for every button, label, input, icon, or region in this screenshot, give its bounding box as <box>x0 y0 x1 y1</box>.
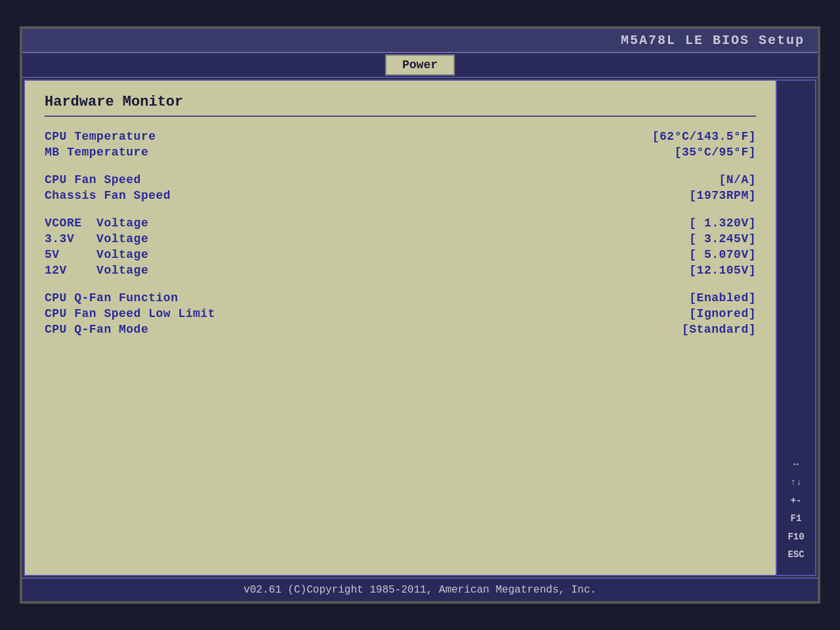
table-row: CPU Temperature [62°C/143.5°F] <box>45 130 756 143</box>
table-row[interactable]: CPU Q-Fan Mode [Standard] <box>45 323 756 336</box>
bios-title: M5A78L LE BIOS Setup <box>621 33 805 48</box>
v33-value: [ 3.245V] <box>689 232 756 245</box>
qfan-section: CPU Q-Fan Function [Enabled] CPU Fan Spe… <box>45 291 756 339</box>
key-leftright: ↔ <box>793 458 799 471</box>
section-title: Hardware Monitor <box>45 94 756 110</box>
mb-temp-label: MB Temperature <box>45 146 148 159</box>
footer-bar: v02.61 (C)Copyright 1985-2011, American … <box>22 578 818 601</box>
vcore-label: VCORE Voltage <box>45 217 148 230</box>
v12-label: 12V Voltage <box>45 264 148 277</box>
key-f10: F10 <box>788 531 804 544</box>
fan-section: CPU Fan Speed [N/A] Chassis Fan Speed [1… <box>45 173 756 205</box>
qfan-mode-value: [Standard] <box>682 323 756 336</box>
cpu-fan-value: [N/A] <box>719 173 756 186</box>
v5-value: [ 5.070V] <box>689 248 756 261</box>
table-row: VCORE Voltage [ 1.320V] <box>45 217 756 230</box>
cpu-temp-label: CPU Temperature <box>45 130 156 143</box>
tab-row: Power <box>22 53 818 78</box>
table-row: 12V Voltage [12.105V] <box>45 264 756 277</box>
cpu-fan-label: CPU Fan Speed <box>45 173 141 186</box>
qfan-function-label: CPU Q-Fan Function <box>45 291 178 304</box>
key-plusminus: +- <box>791 495 802 508</box>
qfan-function-value: [Enabled] <box>689 291 756 304</box>
temperature-section: CPU Temperature [62°C/143.5°F] MB Temper… <box>45 130 756 161</box>
fan-low-limit-label: CPU Fan Speed Low Limit <box>45 307 215 320</box>
mb-temp-value: [35°C/95°F] <box>675 146 756 159</box>
footer-text: v02.61 (C)Copyright 1985-2011, American … <box>243 584 597 596</box>
key-updown: ↑↓ <box>791 476 802 490</box>
table-row: Chassis Fan Speed [1973RPM] <box>45 189 756 202</box>
chassis-fan-label: Chassis Fan Speed <box>45 189 171 202</box>
table-row: MB Temperature [35°C/95°F] <box>45 146 756 159</box>
table-row[interactable]: CPU Q-Fan Function [Enabled] <box>45 291 756 304</box>
table-row: 5V Voltage [ 5.070V] <box>45 248 756 261</box>
fan-low-limit-value: [Ignored] <box>689 307 756 320</box>
table-row: CPU Fan Speed [N/A] <box>45 173 756 186</box>
qfan-mode-label: CPU Q-Fan Mode <box>45 323 148 336</box>
v33-label: 3.3V Voltage <box>45 232 148 245</box>
section-divider <box>45 116 756 117</box>
tab-power[interactable]: Power <box>385 54 455 75</box>
header-bar: M5A78L LE BIOS Setup <box>22 29 818 53</box>
right-sidebar: ↔ ↑↓ +- F1 F10 ESC <box>776 81 815 575</box>
v5-label: 5V Voltage <box>45 248 148 261</box>
voltage-section: VCORE Voltage [ 1.320V] 3.3V Voltage [ 3… <box>45 217 756 280</box>
table-row[interactable]: CPU Fan Speed Low Limit [Ignored] <box>45 307 756 320</box>
bios-screen: M5A78L LE BIOS Setup Power Hardware Moni… <box>20 26 820 604</box>
main-content: Hardware Monitor CPU Temperature [62°C/1… <box>24 79 816 576</box>
chassis-fan-value: [1973RPM] <box>689 189 756 202</box>
vcore-value: [ 1.320V] <box>689 217 756 230</box>
key-f1: F1 <box>791 513 802 526</box>
cpu-temp-value: [62°C/143.5°F] <box>652 130 756 143</box>
left-panel: Hardware Monitor CPU Temperature [62°C/1… <box>25 81 776 575</box>
key-esc: ESC <box>788 549 804 562</box>
table-row: 3.3V Voltage [ 3.245V] <box>45 232 756 245</box>
v12-value: [12.105V] <box>689 264 756 277</box>
